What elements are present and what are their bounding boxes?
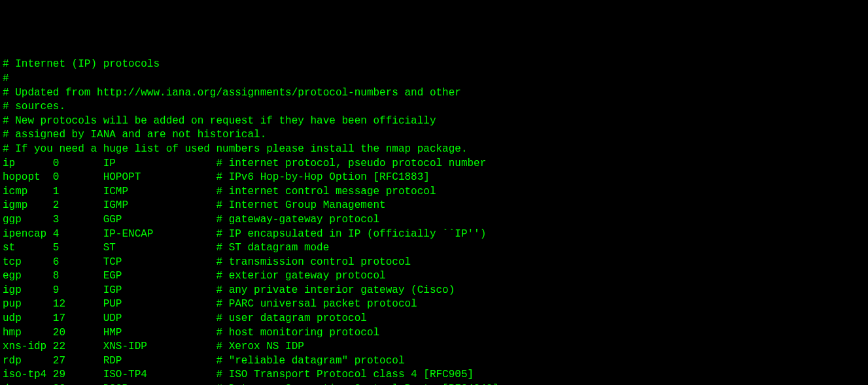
protocol-alias: IGP bbox=[103, 284, 217, 298]
protocol-row: egp8EGP# exterior gateway protocol bbox=[3, 269, 865, 284]
protocol-alias: PUP bbox=[103, 297, 217, 312]
protocol-number: 6 bbox=[53, 256, 103, 270]
protocol-row: icmp1ICMP# internet control message prot… bbox=[3, 185, 865, 199]
protocol-alias: ICMP bbox=[103, 185, 217, 199]
file-comment-line: # New protocols will be added on request… bbox=[3, 114, 865, 129]
file-comment-line: # assigned by IANA and are not historica… bbox=[3, 128, 865, 142]
protocol-comment: # host monitoring protocol bbox=[216, 327, 379, 339]
protocol-number: 17 bbox=[53, 312, 103, 326]
file-comment-line: # Updated from http://www.iana.org/assig… bbox=[3, 86, 865, 101]
protocol-number: 4 bbox=[53, 227, 103, 242]
protocol-number: 2 bbox=[53, 199, 103, 213]
protocol-row: hmp20HMP# host monitoring protocol bbox=[3, 326, 865, 341]
protocol-alias: RDP bbox=[103, 354, 217, 369]
protocol-comment: # Internet Group Management bbox=[216, 199, 385, 211]
protocol-row: igp9IGP# any private interior gateway (C… bbox=[3, 284, 865, 298]
protocol-row: dccp33DCCP# Datagram Congestion Control … bbox=[3, 382, 865, 385]
file-comment-line: # bbox=[3, 72, 865, 86]
protocol-comment: # transmission control protocol bbox=[216, 256, 411, 268]
protocol-alias: TCP bbox=[103, 256, 217, 270]
protocol-name: iso-tp4 bbox=[3, 368, 53, 382]
protocol-alias: EGP bbox=[103, 269, 217, 284]
protocol-row: pup12PUP# PARC universal packet protocol bbox=[3, 297, 865, 312]
protocol-alias: HOPOPT bbox=[103, 171, 217, 185]
protocol-number: 22 bbox=[53, 340, 103, 354]
protocol-name: xns-idp bbox=[3, 340, 53, 354]
protocol-alias: IP bbox=[103, 157, 217, 171]
protocol-number: 8 bbox=[53, 269, 103, 284]
protocol-comment: # ST datagram mode bbox=[216, 242, 329, 254]
protocol-name: ipencap bbox=[3, 227, 53, 242]
protocol-number: 5 bbox=[53, 241, 103, 256]
protocol-number: 0 bbox=[53, 171, 103, 185]
protocol-name: hopopt bbox=[3, 171, 53, 185]
protocol-alias: ISO-TP4 bbox=[103, 368, 217, 382]
protocol-row: tcp6TCP# transmission control protocol bbox=[3, 256, 865, 270]
protocol-number: 3 bbox=[53, 213, 103, 227]
protocol-comment: # exterior gateway protocol bbox=[216, 270, 385, 282]
protocol-comment: # internet control message protocol bbox=[216, 186, 436, 197]
protocol-number: 29 bbox=[53, 368, 103, 382]
protocol-number: 1 bbox=[53, 185, 103, 199]
file-comment-line: # If you need a huge list of used number… bbox=[3, 142, 865, 157]
protocol-alias: GGP bbox=[103, 213, 217, 227]
protocol-name: icmp bbox=[3, 185, 53, 199]
protocol-name: pup bbox=[3, 297, 53, 312]
protocol-name: ip bbox=[3, 157, 53, 171]
protocol-alias: XNS-IDP bbox=[103, 340, 217, 354]
protocol-alias: DCCP bbox=[103, 382, 217, 385]
protocol-alias: ST bbox=[103, 241, 217, 256]
protocol-number: 27 bbox=[53, 354, 103, 369]
protocol-comment: # Xerox NS IDP bbox=[216, 341, 304, 352]
protocol-comment: # ISO Transport Protocol class 4 [RFC905… bbox=[216, 369, 474, 380]
protocol-comment: # IP encapsulated in IP (officially ``IP… bbox=[216, 228, 486, 240]
protocol-row: udp17UDP# user datagram protocol bbox=[3, 312, 865, 326]
protocol-row: hopopt0HOPOPT# IPv6 Hop-by-Hop Option [R… bbox=[3, 171, 865, 185]
protocol-name: tcp bbox=[3, 256, 53, 270]
protocol-alias: IGMP bbox=[103, 199, 217, 213]
terminal-output[interactable]: # Internet (IP) protocols## Updated from… bbox=[3, 58, 865, 385]
protocol-row: iso-tp429ISO-TP4# ISO Transport Protocol… bbox=[3, 368, 865, 382]
protocol-row: igmp2IGMP# Internet Group Management bbox=[3, 199, 865, 213]
protocol-name: rdp bbox=[3, 354, 53, 369]
file-comment-line: # sources. bbox=[3, 100, 865, 114]
protocol-name: igp bbox=[3, 284, 53, 298]
protocol-row: ggp3GGP# gateway-gateway protocol bbox=[3, 213, 865, 227]
protocol-name: st bbox=[3, 241, 53, 256]
file-comment-line: # Internet (IP) protocols bbox=[3, 58, 865, 72]
protocol-row: st5ST# ST datagram mode bbox=[3, 241, 865, 256]
protocol-comment: # any private interior gateway (Cisco) bbox=[216, 284, 455, 296]
protocol-number: 0 bbox=[53, 157, 103, 171]
protocol-name: ggp bbox=[3, 213, 53, 227]
protocol-name: igmp bbox=[3, 199, 53, 213]
protocol-name: dccp bbox=[3, 382, 53, 385]
protocol-comment: # "reliable datagram" protocol bbox=[216, 355, 404, 367]
protocol-name: hmp bbox=[3, 326, 53, 341]
protocol-alias: IP-ENCAP bbox=[103, 227, 217, 242]
protocol-number: 9 bbox=[53, 284, 103, 298]
protocol-row: ip0IP# internet protocol, pseudo protoco… bbox=[3, 157, 865, 171]
protocol-row: xns-idp22XNS-IDP# Xerox NS IDP bbox=[3, 340, 865, 354]
protocol-row: rdp27RDP# "reliable datagram" protocol bbox=[3, 354, 865, 369]
protocol-name: egp bbox=[3, 269, 53, 284]
protocol-row: ipencap4IP-ENCAP# IP encapsulated in IP … bbox=[3, 227, 865, 242]
protocol-number: 33 bbox=[53, 382, 103, 385]
protocol-comment: # user datagram protocol bbox=[216, 312, 366, 324]
protocol-number: 12 bbox=[53, 297, 103, 312]
protocol-comment: # gateway-gateway protocol bbox=[216, 214, 379, 226]
protocol-alias: HMP bbox=[103, 326, 217, 341]
protocol-comment: # internet protocol, pseudo protocol num… bbox=[216, 158, 486, 169]
protocol-number: 20 bbox=[53, 326, 103, 341]
protocol-comment: # IPv6 Hop-by-Hop Option [RFC1883] bbox=[216, 171, 429, 183]
protocol-alias: UDP bbox=[103, 312, 217, 326]
protocol-comment: # PARC universal packet protocol bbox=[216, 298, 417, 310]
protocol-name: udp bbox=[3, 312, 53, 326]
